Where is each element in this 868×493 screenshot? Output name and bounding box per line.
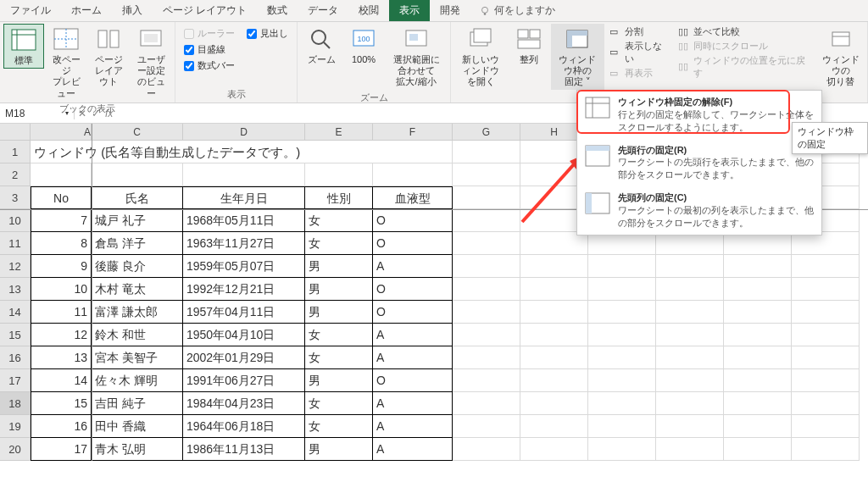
zoom-button[interactable]: ズーム [301, 24, 342, 67]
zoom-100-button[interactable]: 100 100% [343, 24, 384, 67]
cell[interactable]: 9 [31, 255, 92, 278]
cell[interactable] [588, 438, 656, 461]
cell[interactable]: 1968年05月11日 [183, 209, 305, 232]
row-header[interactable]: 11 [0, 232, 31, 255]
freeze-panes-button[interactable]: ウィンドウ枠の 固定 ˅ [551, 24, 604, 90]
tab-file[interactable]: ファイル [0, 0, 61, 21]
cell[interactable]: 佐々木 輝明 [92, 369, 183, 392]
cell[interactable]: 1963年11月27日 [183, 232, 305, 255]
row-header[interactable]: 18 [0, 392, 31, 415]
cell[interactable] [520, 392, 588, 415]
col-header[interactable]: F [373, 124, 453, 140]
cell[interactable] [792, 438, 860, 461]
select-all-corner[interactable] [0, 124, 31, 140]
cell[interactable]: 1964年06月18日 [183, 415, 305, 438]
cell[interactable] [724, 324, 792, 346]
cell[interactable] [724, 278, 792, 301]
row-header[interactable]: 2 [0, 163, 31, 186]
cell[interactable] [453, 232, 520, 255]
cell[interactable] [792, 255, 860, 278]
cell[interactable]: 田中 香織 [92, 415, 183, 438]
row-header[interactable]: 19 [0, 415, 31, 438]
cell[interactable]: A [373, 392, 453, 415]
cell[interactable]: 1992年12月21日 [183, 278, 305, 301]
cell[interactable] [520, 232, 588, 255]
cell[interactable] [792, 301, 860, 324]
cell[interactable]: 1991年06月27日 [183, 369, 305, 392]
cell[interactable] [520, 278, 588, 301]
cell[interactable] [453, 278, 520, 301]
cell[interactable]: A [373, 415, 453, 438]
row-header[interactable]: 10 [0, 209, 31, 232]
cell[interactable]: 倉島 洋子 [92, 232, 183, 255]
chk-headings[interactable]: 見出し [247, 27, 288, 40]
cell[interactable] [183, 163, 305, 186]
cell[interactable] [656, 415, 724, 438]
cell[interactable]: 宮本 美智子 [92, 346, 183, 369]
row-header[interactable]: 13 [0, 278, 31, 301]
cell[interactable]: 1959年05月07日 [183, 255, 305, 278]
cell[interactable] [453, 438, 520, 461]
cell[interactable] [656, 232, 724, 255]
new-window-button[interactable]: 新しいウィンドウ を開く [454, 24, 508, 90]
cell[interactable] [724, 392, 792, 415]
cell[interactable]: 城戸 礼子 [92, 209, 183, 232]
cell[interactable]: 女 [305, 346, 373, 369]
cell[interactable]: 1984年04月23日 [183, 392, 305, 415]
cell[interactable] [453, 301, 520, 324]
cell[interactable] [656, 278, 724, 301]
normal-view-button[interactable]: 標準 [3, 24, 44, 69]
cell[interactable]: 10 [31, 278, 92, 301]
cell[interactable] [520, 324, 588, 346]
cell[interactable] [453, 369, 520, 392]
cell[interactable] [588, 324, 656, 346]
cell[interactable]: 女 [305, 392, 373, 415]
cell[interactable] [588, 255, 656, 278]
cell[interactable] [453, 209, 520, 232]
cell[interactable] [792, 232, 860, 255]
cell[interactable]: 血液型 [373, 186, 453, 209]
cell[interactable] [724, 415, 792, 438]
arrange-all-button[interactable]: 整列 [509, 24, 549, 67]
chk-formulabar[interactable]: 数式バー [184, 59, 235, 72]
cell[interactable] [31, 163, 92, 186]
cell[interactable]: A [373, 438, 453, 461]
split-button[interactable]: ▭分割 [609, 25, 670, 38]
cell[interactable] [92, 163, 183, 186]
cell[interactable] [453, 392, 520, 415]
tab-view[interactable]: 表示 [389, 0, 430, 21]
cell[interactable] [305, 163, 373, 186]
tab-pagelayout[interactable]: ページ レイアウト [153, 0, 257, 21]
cell[interactable]: A [373, 346, 453, 369]
cell[interactable]: 氏名 [92, 186, 183, 209]
cell[interactable]: 木村 竜太 [92, 278, 183, 301]
tab-home[interactable]: ホーム [61, 0, 112, 21]
row-header[interactable]: 12 [0, 255, 31, 278]
cell[interactable] [656, 369, 724, 392]
cell[interactable] [724, 438, 792, 461]
tab-review[interactable]: 校閲 [348, 0, 389, 21]
cell[interactable] [792, 324, 860, 346]
pagebreak-preview-button[interactable]: 改ページ プレビュー [46, 24, 86, 101]
col-header[interactable]: A [31, 124, 92, 140]
cell[interactable] [656, 324, 724, 346]
cell[interactable]: 男 [305, 255, 373, 278]
cell[interactable]: O [373, 369, 453, 392]
zoom-selection-button[interactable]: 選択範囲に合わせて 拡大/縮小 [386, 24, 447, 90]
cell[interactable]: 16 [31, 415, 92, 438]
cell[interactable] [520, 346, 588, 369]
cell[interactable] [724, 232, 792, 255]
cell[interactable]: 17 [31, 438, 92, 461]
col-header[interactable]: D [183, 124, 305, 140]
cell[interactable]: 1957年04月11日 [183, 301, 305, 324]
cell[interactable]: 女 [305, 324, 373, 346]
cell[interactable] [520, 369, 588, 392]
cell[interactable]: 後藤 良介 [92, 255, 183, 278]
tab-developer[interactable]: 開発 [430, 0, 470, 21]
chk-gridlines[interactable]: 目盛線 [184, 43, 235, 56]
cell[interactable]: 15 [31, 392, 92, 415]
cell[interactable]: 1950年04月10日 [183, 324, 305, 346]
cell[interactable]: O [373, 301, 453, 324]
cell[interactable] [588, 301, 656, 324]
cell[interactable] [520, 301, 588, 324]
